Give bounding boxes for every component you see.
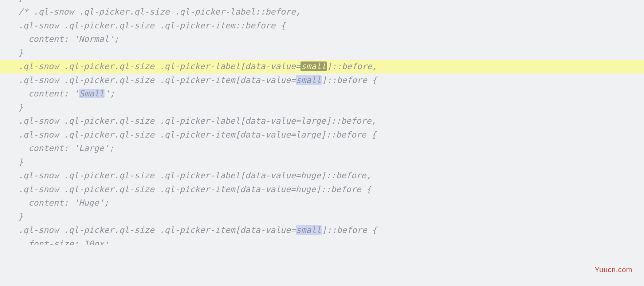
code-line[interactable]: .ql-snow .ql-picker.ql-size .ql-picker-i… [18, 183, 644, 196]
search-match-current: small [301, 61, 326, 71]
watermark: Yuucn.com [595, 263, 632, 277]
code-line[interactable]: } [18, 46, 644, 60]
indent-guide [46, 196, 46, 210]
code-line[interactable]: content: 'Normal'; [18, 32, 644, 46]
code-line[interactable]: .ql-snow .ql-picker.ql-size .ql-picker-l… [18, 169, 644, 183]
indent-guide [46, 237, 46, 245]
code-line[interactable]: content: 'Huge'; [18, 196, 644, 210]
code-line[interactable]: .ql-snow .ql-picker.ql-size .ql-picker-i… [18, 19, 644, 33]
indent-guide [46, 87, 46, 101]
code-line[interactable]: .ql-snow .ql-picker.ql-size .ql-picker-i… [18, 223, 644, 237]
indent-guide [46, 32, 46, 46]
search-match: small [296, 75, 322, 85]
indent-guide [46, 142, 46, 155]
code-line[interactable]: } [18, 101, 644, 115]
code-line[interactable]: font-size: 10px; [18, 237, 644, 245]
code-line[interactable]: } [18, 0, 644, 5]
code-line[interactable]: content: 'Small'; [18, 87, 644, 101]
code-editor[interactable]: }/* .ql-snow .ql-picker.ql-size .ql-pick… [0, 0, 644, 245]
code-line[interactable]: .ql-snow .ql-picker.ql-size .ql-picker-i… [18, 128, 644, 142]
search-match: Small [79, 89, 105, 98]
search-match: small [296, 225, 322, 235]
code-line[interactable]: /* .ql-snow .ql-picker.ql-size .ql-picke… [18, 5, 644, 19]
code-line[interactable]: .ql-snow .ql-picker.ql-size .ql-picker-i… [18, 74, 644, 87]
code-line[interactable]: } [18, 155, 644, 169]
code-line-current[interactable]: .ql-snow .ql-picker.ql-size .ql-picker-l… [18, 60, 644, 74]
code-line[interactable]: .ql-snow .ql-picker.ql-size .ql-picker-l… [18, 114, 644, 128]
code-line[interactable]: } [18, 210, 644, 224]
code-line[interactable]: content: 'Large'; [18, 142, 644, 155]
